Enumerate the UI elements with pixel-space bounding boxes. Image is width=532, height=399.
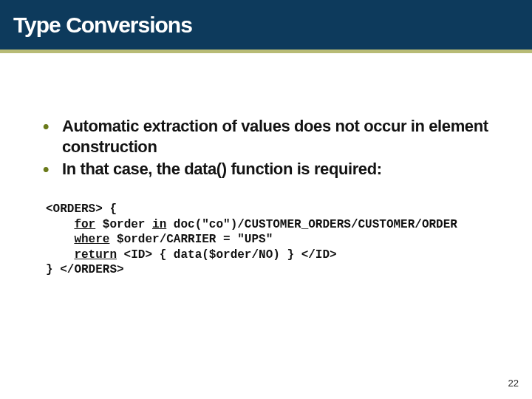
bullet-list: Automatic extraction of values does not … <box>37 116 507 180</box>
code-text: doc("co")/CUSTOMER_ORDERS/CUSTOMER/ORDER <box>166 218 457 231</box>
code-text: <ORDERS> { <box>46 202 117 216</box>
code-line: where $order/CARRIER = "UPS" <box>46 232 507 247</box>
code-line: } </ORDERS> <box>46 262 507 277</box>
code-line: for $order in doc("co")/CUSTOMER_ORDERS/… <box>46 217 507 232</box>
bullet-item: In that case, the data() function is req… <box>37 159 507 180</box>
keyword-in: in <box>152 218 166 231</box>
code-indent <box>46 233 74 246</box>
bullet-item: Automatic extraction of values does not … <box>37 116 507 157</box>
keyword-where: where <box>74 233 109 246</box>
slide-title: Type Conversions <box>13 13 192 38</box>
content-area: Automatic extraction of values does not … <box>0 53 532 278</box>
title-bar: Type Conversions <box>0 0 532 53</box>
page-number: 22 <box>508 378 519 389</box>
code-text: <ID> { data($order/NO) } </ID> <box>117 248 337 262</box>
code-indent <box>46 248 74 262</box>
code-text: $order/CARRIER = "UPS" <box>109 233 273 246</box>
keyword-for: for <box>74 218 95 231</box>
code-line: <ORDERS> { <box>46 202 507 216</box>
code-line: return <ID> { data($order/NO) } </ID> <box>46 248 507 262</box>
code-text: } </ORDERS> <box>46 263 124 276</box>
code-text: $order <box>95 218 152 231</box>
keyword-return: return <box>74 248 117 262</box>
code-block: <ORDERS> { for $order in doc("co")/CUSTO… <box>46 202 507 277</box>
slide: Type Conversions Automatic extraction of… <box>0 0 532 399</box>
code-indent <box>46 218 74 231</box>
